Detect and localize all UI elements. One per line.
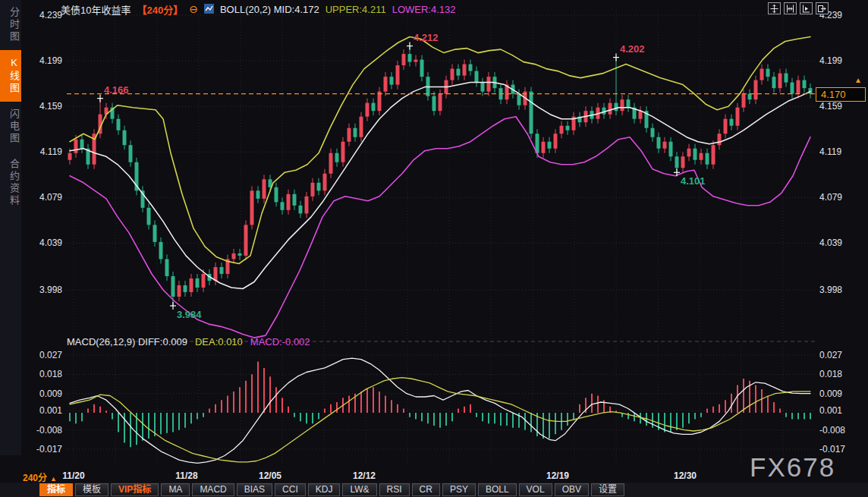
- macd-axis-label: 0.009: [39, 388, 62, 399]
- jump-to-latest-icon[interactable]: [816, 2, 829, 14]
- macd-axis-label: 0.001: [39, 405, 62, 416]
- tab-psy[interactable]: PSY: [442, 483, 476, 496]
- boll-mid-value: BOLL(20,2) MID:4.172: [220, 4, 319, 15]
- boll-lower-value: LOWER:4.132: [392, 4, 456, 15]
- indicator-tabbar: 指标 模板 VIP指标 MA MACD BIAS CCI KDJ LW& RSI…: [0, 483, 868, 497]
- y-axis-label: 4.159: [819, 101, 842, 112]
- chart-application-window: 分时图 K线图 闪电图 合约资料 美债10年收益率 【240分】 ⊖ BOLL(…: [0, 0, 868, 497]
- move-tool-icon[interactable]: [768, 2, 781, 14]
- tab-kdj[interactable]: KDJ: [308, 483, 341, 496]
- tab-template[interactable]: 模板: [75, 483, 108, 496]
- tab-cci[interactable]: CCI: [275, 483, 306, 496]
- tab-vip-indicator[interactable]: VIP指标: [111, 483, 159, 496]
- tab-macd[interactable]: MACD: [192, 483, 234, 496]
- chart-toolbar: [768, 2, 829, 14]
- y-axis-label: 4.119: [819, 146, 841, 157]
- mini-chart-icon: [204, 4, 214, 16]
- y-axis-label: 4.079: [39, 192, 62, 203]
- tab-bias[interactable]: BIAS: [237, 483, 272, 496]
- x-axis-date: 11/28: [175, 470, 198, 481]
- tab-obv[interactable]: OBV: [555, 483, 589, 496]
- period-indicator[interactable]: 240分▲: [23, 470, 57, 483]
- y-axis-label: 4.239: [39, 10, 62, 20]
- sidebar-item-flash-chart[interactable]: 闪电图: [0, 102, 21, 152]
- tab-lw[interactable]: LW&: [342, 483, 376, 496]
- tab-vol[interactable]: VOL: [519, 483, 552, 496]
- y-axis-scale-icon[interactable]: [784, 2, 797, 14]
- macd-axis-label: -0.008: [36, 425, 62, 436]
- tab-rsi[interactable]: RSI: [379, 483, 410, 496]
- tab-ma[interactable]: MA: [161, 483, 190, 496]
- tab-boll[interactable]: BOLL: [478, 483, 517, 496]
- sidebar-item-candle-chart[interactable]: K线图: [0, 50, 21, 102]
- y-axis-label: 4.119: [40, 146, 62, 157]
- instrument-title: 美债10年收益率: [61, 2, 131, 17]
- x-axis-date: 12/05: [259, 470, 281, 481]
- y-axis-label: 4.199: [39, 55, 62, 66]
- price-marker-icon: ▲: [854, 76, 862, 84]
- macd-axis-label: 0.001: [819, 405, 842, 416]
- macd-axis-label: 0.018: [39, 369, 62, 379]
- x-axis-date: 11/20: [62, 470, 85, 481]
- current-price-label: 4.170: [816, 87, 866, 102]
- y-axis-label: 4.039: [819, 237, 842, 248]
- period-tag: 【240分】: [137, 2, 183, 17]
- macd-axis-label: -0.017: [36, 444, 62, 455]
- x-axis-date: 12/19: [546, 470, 569, 481]
- y-axis-label: 4.199: [819, 55, 842, 66]
- y-axis-label: 3.998: [819, 285, 842, 295]
- y-axis-label: 4.079: [819, 192, 842, 203]
- y-axis-label: 4.159: [39, 101, 62, 112]
- macd-axis-label: 0.027: [39, 350, 62, 360]
- macd-area[interactable]: [67, 345, 815, 464]
- period-arrow-icon: ▲: [50, 475, 57, 483]
- macd-axis-label: -0.008: [819, 425, 845, 436]
- x-axis-scale-icon[interactable]: [800, 2, 813, 14]
- y-axis-label: 4.039: [39, 237, 62, 248]
- sidebar-item-contract-info[interactable]: 合约资料: [0, 152, 21, 214]
- macd-axis-label: 0.027: [819, 350, 842, 360]
- macd-axis-label: 0.018: [819, 369, 842, 379]
- main-chart-area[interactable]: [67, 18, 815, 337]
- x-axis-date: 12/12: [353, 470, 376, 481]
- sidebar-item-time-chart[interactable]: 分时图: [0, 0, 21, 50]
- tab-indicator[interactable]: 指标: [39, 483, 73, 496]
- chart-type-sidebar: 分时图 K线图 闪电图 合约资料: [0, 0, 21, 455]
- macd-axis-label: 0.009: [819, 388, 842, 399]
- collapse-indicator-icon[interactable]: ⊖: [189, 5, 198, 14]
- tab-settings[interactable]: 设置: [591, 483, 624, 496]
- tab-cr[interactable]: CR: [412, 483, 440, 496]
- x-axis-date: 12/30: [674, 470, 697, 481]
- chart-header: 美债10年收益率 【240分】 ⊖ BOLL(20,2) MID:4.172 U…: [61, 3, 456, 16]
- y-axis-label: 3.998: [39, 285, 62, 295]
- boll-upper-value: UPPER:4.211: [326, 4, 386, 15]
